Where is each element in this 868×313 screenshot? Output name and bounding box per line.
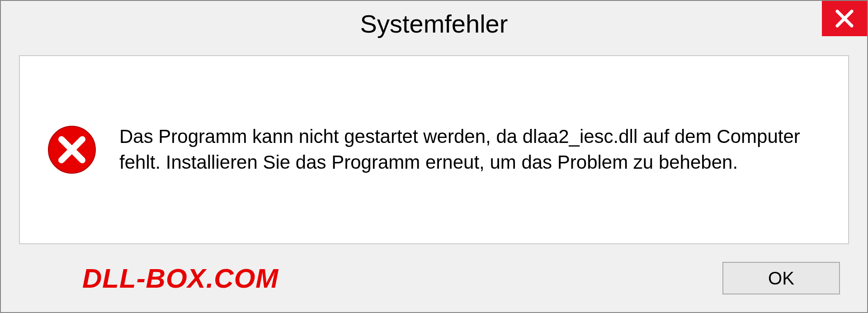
watermark-text: DLL-BOX.COM [82,263,278,294]
titlebar: Systemfehler [1,1,867,46]
error-icon [47,125,97,175]
ok-button[interactable]: OK [722,262,840,294]
close-icon [835,9,854,28]
content-area: Das Programm kann nicht gestartet werden… [19,55,849,244]
footer: DLL-BOX.COM OK [1,244,867,312]
dialog-title: Systemfehler [360,9,508,38]
error-message: Das Programm kann nicht gestartet werden… [119,124,821,175]
error-dialog: Systemfehler Das Programm kann nicht ges… [0,0,868,313]
close-button[interactable] [822,1,867,36]
